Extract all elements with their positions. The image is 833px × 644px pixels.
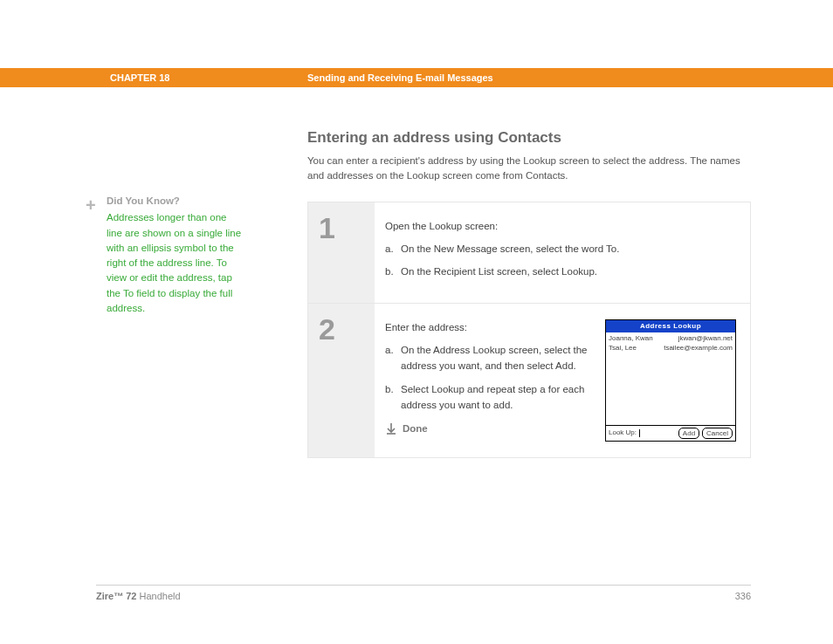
steps-container: 1 Open the Lookup screen: a. On the New …: [307, 202, 751, 458]
palm-row: Tsai, Lee tsailee@example.com: [609, 344, 733, 353]
palm-cursor: [639, 429, 640, 437]
did-you-know-title: Did You Know?: [107, 194, 244, 209]
palm-cancel-button: Cancel: [702, 428, 733, 439]
substep: a. On the New Message screen, select the…: [385, 241, 736, 257]
substep: b. Select Lookup and repeat step a for e…: [385, 381, 593, 414]
product-name: Zire™ 72 Handheld: [96, 591, 181, 601]
chapter-label: CHAPTER 18: [110, 72, 307, 83]
page-footer: Zire™ 72 Handheld 336: [96, 585, 751, 601]
page-number: 336: [735, 591, 751, 601]
substep: a. On the Address Lookup screen, select …: [385, 342, 593, 374]
palm-title: Address Lookup: [606, 320, 735, 333]
main-content: Entering an address using Contacts You c…: [307, 129, 751, 458]
substep: b. On the Recipient List screen, select …: [385, 264, 736, 279]
chapter-title: Sending and Receiving E-mail Messages: [307, 72, 493, 83]
done-arrow-icon: [385, 422, 397, 435]
sidebar-tip: + Did You Know? Addresses longer than on…: [87, 194, 244, 316]
step-number: 1: [308, 202, 375, 303]
palm-footer: Look Up: Add Cancel: [606, 425, 735, 441]
step-number: 2: [308, 304, 375, 457]
step-2: 2 Enter the address: a. On the Address L…: [308, 304, 750, 457]
palm-screenshot: Address Lookup Joanna, Kwan jkwan@jkwan.…: [605, 319, 736, 442]
step-1: 1 Open the Lookup screen: a. On the New …: [308, 202, 750, 304]
palm-row: Joanna, Kwan jkwan@jkwan.net: [609, 334, 733, 343]
palm-lookup-label: Look Up:: [609, 428, 637, 439]
header-bar: CHAPTER 18 Sending and Receiving E-mail …: [0, 68, 833, 87]
done-label: Done: [403, 421, 428, 436]
done-indicator: Done: [385, 421, 593, 436]
section-intro: You can enter a recipient's address by u…: [307, 154, 751, 184]
plus-icon: +: [86, 192, 96, 218]
did-you-know-body: Addresses longer than one line are shown…: [107, 210, 244, 316]
palm-add-button: Add: [678, 428, 699, 439]
step-lead: Enter the address:: [385, 319, 593, 335]
step-lead: Open the Lookup screen:: [385, 218, 736, 234]
palm-body: Joanna, Kwan jkwan@jkwan.net Tsai, Lee t…: [606, 332, 735, 424]
section-title: Entering an address using Contacts: [307, 129, 751, 147]
